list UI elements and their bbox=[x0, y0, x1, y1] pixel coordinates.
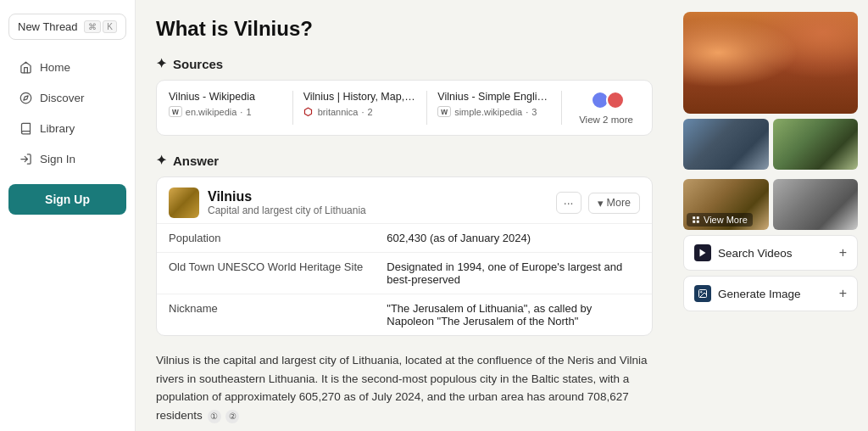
grid-icon bbox=[692, 216, 700, 224]
table-row: Nickname "The Jerusalem of Lithuania", a… bbox=[157, 294, 652, 336]
sources-label: Sources bbox=[173, 57, 223, 71]
city-name: Vilnius bbox=[208, 189, 366, 204]
generate-image-action[interactable]: Generate Image + bbox=[683, 276, 858, 311]
answer-table: Population 602,430 (as of January 2024) … bbox=[157, 223, 652, 335]
source-count-2: 3 bbox=[531, 107, 537, 117]
table-key-0: Population bbox=[157, 224, 375, 253]
svg-rect-6 bbox=[697, 221, 699, 223]
photo-row-1 bbox=[683, 119, 858, 170]
svg-rect-4 bbox=[697, 216, 699, 219]
source-dot-0: · bbox=[240, 107, 242, 117]
source-item-0[interactable]: Vilnius - Wikipedia w en.wikipedia · 1 bbox=[169, 91, 282, 125]
answer-top: Vilnius Capital and largest city of Lith… bbox=[157, 177, 652, 223]
main-content: What is Vilnius? ✦ Sources Vilnius - Wik… bbox=[136, 0, 673, 431]
new-thread-shortcut: ⌘ K bbox=[84, 20, 117, 33]
new-thread-label: New Thread bbox=[18, 20, 78, 33]
source-dot-2: · bbox=[526, 107, 528, 117]
table-value-1: Designated in 1994, one of Europe's larg… bbox=[375, 253, 652, 294]
source-text-0: en.wikipedia bbox=[186, 107, 237, 117]
chevron-down-icon: ▾ bbox=[598, 197, 604, 210]
table-value-2: "The Jerusalem of Lithuania", as called … bbox=[375, 294, 652, 336]
answer-label: Answer bbox=[173, 154, 219, 168]
city-subtitle: Capital and largest city of Lithuania bbox=[208, 204, 366, 216]
main-photo[interactable] bbox=[683, 12, 858, 114]
cite-badge-1[interactable]: ① bbox=[208, 410, 221, 423]
image-icon bbox=[694, 285, 711, 302]
sidebar-item-library[interactable]: Library bbox=[5, 114, 130, 143]
svg-marker-7 bbox=[700, 249, 706, 257]
table-row: Old Town UNESCO World Heritage Site Desi… bbox=[157, 253, 652, 294]
sources-row: Vilnius - Wikipedia w en.wikipedia · 1 V… bbox=[156, 80, 653, 136]
library-icon bbox=[19, 121, 32, 135]
answer-icon: ✦ bbox=[156, 153, 167, 168]
source-item-1[interactable]: Vilnius | History, Map, & Points of Inte… bbox=[303, 91, 417, 125]
source-title-0: Vilnius - Wikipedia bbox=[169, 91, 282, 103]
library-label: Library bbox=[40, 122, 75, 135]
dots-button[interactable]: ··· bbox=[556, 192, 581, 214]
cite-badge-2[interactable]: ② bbox=[225, 410, 239, 423]
photo-sm-3[interactable]: View More bbox=[683, 179, 769, 230]
video-icon bbox=[694, 244, 711, 261]
signin-label: Sign In bbox=[40, 153, 75, 165]
more-button[interactable]: ▾ More bbox=[588, 193, 640, 214]
source-prefix-2: w bbox=[437, 106, 451, 117]
source-title-2: Vilnius - Simple English Wikipedia, the … bbox=[437, 91, 551, 103]
discover-label: Discover bbox=[40, 92, 85, 104]
table-value-0: 602,430 (as of January 2024) bbox=[375, 224, 652, 253]
sidebar-item-home[interactable]: Home bbox=[5, 53, 130, 81]
right-panel: View More Search Videos + Generate Image… bbox=[673, 0, 868, 431]
description-text: Vilnius is the capital and largest city … bbox=[156, 351, 653, 424]
source-text-2: simple.wikipedia bbox=[454, 107, 522, 117]
source-meta-1: ⬡ britannica · 2 bbox=[303, 106, 417, 118]
answer-section: Vilnius Capital and largest city of Lith… bbox=[156, 176, 653, 336]
main-photo-inner bbox=[683, 12, 858, 114]
view-more-text[interactable]: View 2 more bbox=[579, 115, 633, 125]
view-more-cell[interactable]: View 2 more bbox=[572, 91, 640, 125]
city-info: Vilnius Capital and largest city of Lith… bbox=[208, 189, 366, 216]
source-dot-1: · bbox=[361, 107, 364, 117]
play-icon bbox=[698, 248, 708, 258]
generate-image-left: Generate Image bbox=[694, 285, 801, 302]
sources-icon: ✦ bbox=[156, 56, 167, 71]
image-svg bbox=[698, 288, 708, 299]
plus-icon-2: + bbox=[839, 286, 847, 301]
source-divider-2 bbox=[561, 91, 562, 125]
photo-sm-4[interactable] bbox=[773, 179, 859, 230]
city-thumb-inner bbox=[169, 188, 199, 218]
search-videos-label: Search Videos bbox=[718, 247, 793, 260]
plus-icon: + bbox=[839, 245, 847, 260]
signup-label: Sign Up bbox=[45, 193, 90, 206]
sidebar-item-signin[interactable]: Sign In bbox=[5, 144, 130, 173]
source-count-0: 1 bbox=[246, 107, 251, 117]
britannica-icon: ⬡ bbox=[303, 106, 312, 118]
table-row: Population 602,430 (as of January 2024) bbox=[157, 224, 652, 253]
table-key-1: Old Town UNESCO World Heritage Site bbox=[157, 253, 375, 294]
more-label: More bbox=[607, 197, 631, 209]
photo-sm-2[interactable] bbox=[773, 119, 859, 170]
source-text-1: britannica bbox=[318, 107, 359, 117]
search-videos-action[interactable]: Search Videos + bbox=[683, 235, 858, 271]
svg-marker-1 bbox=[23, 95, 27, 99]
photo-sm-1[interactable] bbox=[683, 119, 769, 170]
source-item-2[interactable]: Vilnius - Simple English Wikipedia, the … bbox=[437, 91, 551, 125]
view-more-photos[interactable]: View More bbox=[687, 213, 753, 227]
discover-icon bbox=[19, 91, 32, 104]
answer-actions: ··· ▾ More bbox=[556, 192, 640, 214]
svg-rect-3 bbox=[693, 216, 695, 219]
sources-header: ✦ Sources bbox=[156, 56, 653, 71]
home-label: Home bbox=[40, 61, 70, 74]
new-thread-button[interactable]: New Thread ⌘ K bbox=[8, 14, 126, 40]
source-count-1: 2 bbox=[367, 107, 372, 117]
source-prefix-0: w bbox=[169, 106, 182, 117]
page-title: What is Vilnius? bbox=[156, 17, 653, 41]
sidebar-item-discover[interactable]: Discover bbox=[5, 83, 130, 112]
svg-rect-5 bbox=[693, 221, 695, 223]
signup-button[interactable]: Sign Up bbox=[8, 184, 126, 215]
source-meta-0: w en.wikipedia · 1 bbox=[169, 106, 282, 117]
source-meta-2: w simple.wikipedia · 3 bbox=[437, 106, 551, 117]
home-icon bbox=[19, 60, 32, 74]
table-key-2: Nickname bbox=[157, 294, 375, 336]
avatar-rd bbox=[606, 91, 625, 109]
search-videos-left: Search Videos bbox=[694, 244, 793, 261]
generate-image-label: Generate Image bbox=[718, 288, 801, 300]
